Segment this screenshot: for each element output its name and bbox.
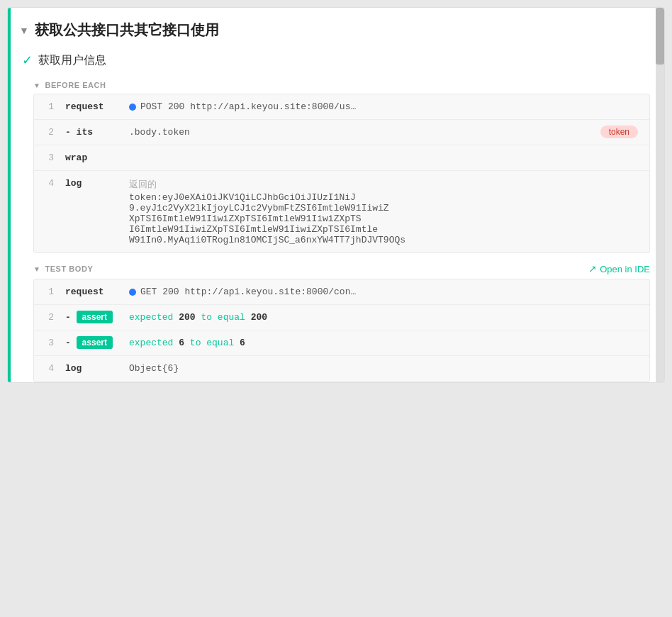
open-ide-label: Open in IDE	[600, 264, 650, 274]
test-body-arrow[interactable]: ▼	[33, 265, 40, 273]
row-key: log	[60, 356, 123, 381]
section-gap	[8, 253, 664, 259]
assert-value1: 200	[179, 312, 195, 323]
row-value: expected 6 to equal 6	[123, 330, 649, 355]
row-value: expected 200 to equal 200	[123, 305, 649, 330]
row-number: 4	[34, 171, 60, 196]
external-link-icon: ↗︎	[588, 263, 597, 274]
assert-value2: 200	[251, 312, 267, 323]
row-key: log	[60, 171, 123, 196]
test-body-label-row: ▼ TEST BODY ↗︎ Open in IDE	[8, 259, 664, 279]
row-key: - assert	[60, 305, 123, 330]
before-each-label: BEFORE EACH	[45, 81, 106, 89]
row-key: request	[60, 279, 123, 304]
row-value: .body.token	[123, 120, 600, 145]
before-each-rows: 1 request POST 200 http://api.keyou.site…	[33, 94, 650, 253]
assert-value1: 6	[179, 338, 184, 348]
blue-dot-icon	[129, 289, 136, 296]
table-row: 1 request POST 200 http://api.keyou.site…	[34, 94, 649, 120]
scrollbar-thumb[interactable]	[656, 8, 664, 65]
table-row: 4 log 返回的 token:eyJ0eXAiOiJKV1QiLCJhbGci…	[34, 171, 649, 252]
test-body-rows: 1 request GET 200 http://api.keyou.site:…	[33, 279, 650, 382]
sub-section: ✓ 获取用户信息	[8, 47, 664, 77]
assert-expected-text: expected	[129, 312, 179, 323]
test-body-label: TEST BODY	[45, 265, 93, 273]
assert-to-equal-text: to equal	[196, 312, 251, 323]
row-number: 3	[34, 145, 60, 170]
section-title: 获取公共接口共其它接口使用	[35, 21, 219, 40]
table-row: 4 log Object{6}	[34, 356, 649, 382]
assert-expected-text: expected	[129, 338, 179, 348]
row-badge: token	[600, 120, 649, 145]
table-row: 1 request GET 200 http://api.keyou.site:…	[34, 279, 649, 305]
row-number: 2	[34, 120, 60, 145]
sub-section-title: 获取用户信息	[38, 53, 106, 68]
row-key: request	[60, 94, 123, 119]
assert-value2: 6	[240, 338, 245, 348]
row-number: 2	[34, 305, 60, 330]
assert-badge: assert	[77, 311, 113, 323]
table-row: 3 - assert expected 6 to equal 6	[34, 330, 649, 356]
section-collapse-arrow[interactable]: ▼	[19, 25, 29, 36]
table-row: 3 wrap	[34, 145, 649, 171]
row-key: wrap	[60, 145, 123, 170]
row-key: - assert	[60, 330, 123, 355]
row-value	[123, 145, 649, 160]
token-badge: token	[600, 126, 638, 138]
main-container: ▼ 获取公共接口共其它接口使用 ✓ 获取用户信息 ▼ BEFORE EACH 1…	[7, 7, 665, 383]
section-header: ▼ 获取公共接口共其它接口使用	[8, 8, 664, 47]
test-body-label-container: ▼ TEST BODY	[33, 265, 93, 273]
assert-to-equal-text: to equal	[184, 338, 240, 348]
table-row: 2 - assert expected 200 to equal 200	[34, 305, 649, 330]
left-accent-border	[8, 8, 11, 382]
row-value: Object{6}	[123, 356, 649, 381]
before-each-arrow[interactable]: ▼	[33, 82, 40, 89]
row-key: - its	[60, 120, 123, 145]
row-number: 4	[34, 356, 60, 381]
check-icon: ✓	[22, 52, 33, 68]
row-number: 1	[34, 94, 60, 119]
table-row: 2 - its .body.token token	[34, 120, 649, 145]
scrollbar[interactable]	[656, 8, 664, 382]
row-value: POST 200 http://api.keyou.site:8000/us…	[123, 94, 649, 119]
row-number: 3	[34, 330, 60, 355]
assert-badge: assert	[77, 336, 113, 349]
row-value: GET 200 http://api.keyou.site:8000/con…	[123, 279, 649, 304]
row-number: 1	[34, 279, 60, 304]
blue-dot-icon	[129, 104, 136, 111]
row-value: 返回的 token:eyJ0eXAiOiJKV1QiLCJhbGciOiJIUz…	[123, 171, 649, 252]
open-in-ide-button[interactable]: ↗︎ Open in IDE	[588, 263, 650, 274]
before-each-label-row: ▼ BEFORE EACH	[8, 77, 664, 94]
